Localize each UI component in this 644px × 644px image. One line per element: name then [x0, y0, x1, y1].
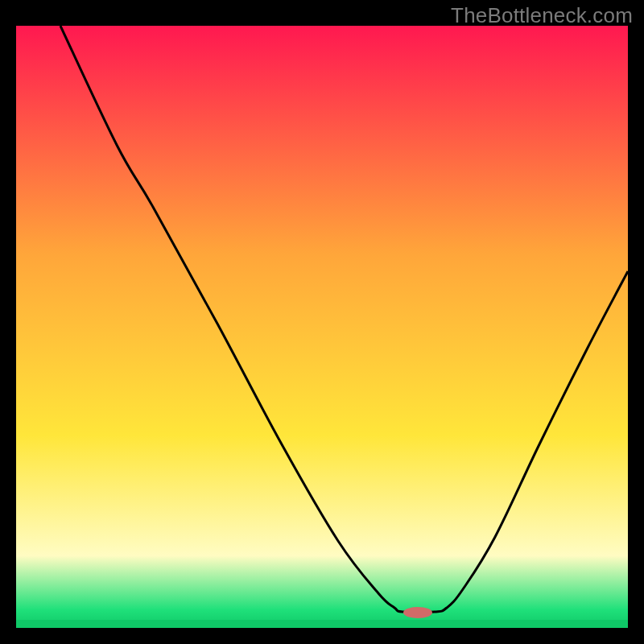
- chart-frame: TheBottleneck.com: [0, 0, 644, 644]
- gradient-background: [16, 26, 628, 628]
- watermark-text: TheBottleneck.com: [451, 3, 633, 28]
- bottom-green-stripe: [16, 620, 628, 628]
- plot-area: [16, 26, 628, 628]
- chart-svg: [16, 26, 628, 628]
- optimal-marker: [403, 607, 432, 618]
